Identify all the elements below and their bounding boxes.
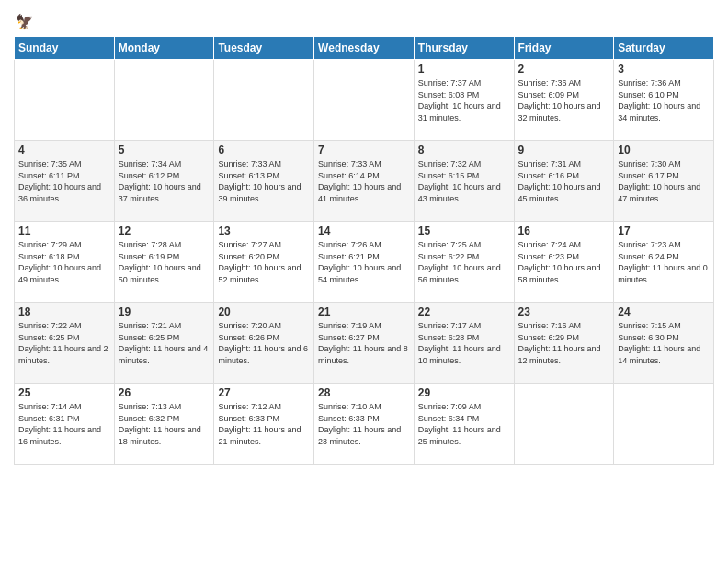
day-number: 18 bbox=[18, 305, 110, 318]
calendar-day-cell: 26Sunrise: 7:13 AM Sunset: 6:32 PM Dayli… bbox=[114, 384, 214, 465]
calendar-day-cell: 18Sunrise: 7:22 AM Sunset: 6:25 PM Dayli… bbox=[15, 303, 115, 384]
day-info: Sunrise: 7:23 AM Sunset: 6:24 PM Dayligh… bbox=[618, 239, 710, 285]
day-number: 20 bbox=[218, 305, 310, 318]
day-number: 7 bbox=[318, 144, 410, 156]
day-number: 16 bbox=[518, 224, 610, 237]
calendar-day-cell bbox=[314, 60, 415, 141]
calendar-day-cell: 3Sunrise: 7:36 AM Sunset: 6:10 PM Daylig… bbox=[614, 60, 714, 141]
day-info: Sunrise: 7:17 AM Sunset: 6:28 PM Dayligh… bbox=[418, 320, 510, 366]
calendar-day-cell: 2Sunrise: 7:36 AM Sunset: 6:09 PM Daylig… bbox=[514, 60, 614, 141]
day-number: 22 bbox=[418, 305, 510, 318]
calendar-day-cell: 13Sunrise: 7:27 AM Sunset: 6:20 PM Dayli… bbox=[214, 222, 314, 303]
weekday-header-cell: Tuesday bbox=[214, 37, 314, 60]
calendar-header: SundayMondayTuesdayWednesdayThursdayFrid… bbox=[15, 37, 714, 60]
day-number: 12 bbox=[119, 224, 210, 237]
day-info: Sunrise: 7:36 AM Sunset: 6:09 PM Dayligh… bbox=[518, 77, 610, 123]
calendar-day-cell: 28Sunrise: 7:10 AM Sunset: 6:33 PM Dayli… bbox=[314, 384, 415, 465]
day-info: Sunrise: 7:19 AM Sunset: 6:27 PM Dayligh… bbox=[318, 320, 410, 366]
calendar-day-cell: 27Sunrise: 7:12 AM Sunset: 6:33 PM Dayli… bbox=[214, 384, 314, 465]
day-info: Sunrise: 7:13 AM Sunset: 6:32 PM Dayligh… bbox=[119, 401, 210, 447]
calendar-day-cell bbox=[114, 60, 214, 141]
day-number: 24 bbox=[618, 305, 710, 318]
weekday-header-cell: Sunday bbox=[15, 37, 115, 60]
day-info: Sunrise: 7:16 AM Sunset: 6:29 PM Dayligh… bbox=[518, 320, 610, 366]
day-info: Sunrise: 7:12 AM Sunset: 6:33 PM Dayligh… bbox=[218, 401, 310, 447]
calendar-day-cell: 10Sunrise: 7:30 AM Sunset: 6:17 PM Dayli… bbox=[614, 141, 714, 222]
day-info: Sunrise: 7:20 AM Sunset: 6:26 PM Dayligh… bbox=[218, 320, 310, 366]
day-info: Sunrise: 7:30 AM Sunset: 6:17 PM Dayligh… bbox=[618, 158, 710, 204]
day-info: Sunrise: 7:34 AM Sunset: 6:12 PM Dayligh… bbox=[119, 158, 210, 204]
logo-bird-icon: 🦅 bbox=[16, 13, 34, 30]
day-info: Sunrise: 7:32 AM Sunset: 6:15 PM Dayligh… bbox=[418, 158, 510, 204]
day-info: Sunrise: 7:33 AM Sunset: 6:13 PM Dayligh… bbox=[218, 158, 310, 204]
day-number: 10 bbox=[618, 144, 710, 156]
day-number: 26 bbox=[119, 386, 210, 399]
day-number: 14 bbox=[318, 224, 410, 237]
weekday-header-row: SundayMondayTuesdayWednesdayThursdayFrid… bbox=[15, 37, 714, 60]
calendar-day-cell: 7Sunrise: 7:33 AM Sunset: 6:14 PM Daylig… bbox=[314, 141, 415, 222]
calendar-week-row: 25Sunrise: 7:14 AM Sunset: 6:31 PM Dayli… bbox=[15, 384, 714, 465]
weekday-header-cell: Friday bbox=[514, 37, 614, 60]
day-info: Sunrise: 7:22 AM Sunset: 6:25 PM Dayligh… bbox=[18, 320, 110, 366]
day-number: 28 bbox=[318, 386, 410, 399]
day-info: Sunrise: 7:14 AM Sunset: 6:31 PM Dayligh… bbox=[18, 401, 110, 447]
calendar-week-row: 1Sunrise: 7:37 AM Sunset: 6:08 PM Daylig… bbox=[15, 60, 714, 141]
calendar-day-cell: 16Sunrise: 7:24 AM Sunset: 6:23 PM Dayli… bbox=[514, 222, 614, 303]
day-number: 13 bbox=[218, 224, 310, 237]
calendar-week-row: 18Sunrise: 7:22 AM Sunset: 6:25 PM Dayli… bbox=[15, 303, 714, 384]
day-number: 23 bbox=[518, 305, 610, 318]
day-info: Sunrise: 7:21 AM Sunset: 6:25 PM Dayligh… bbox=[119, 320, 210, 366]
calendar-day-cell: 11Sunrise: 7:29 AM Sunset: 6:18 PM Dayli… bbox=[15, 222, 115, 303]
day-number: 6 bbox=[218, 144, 310, 156]
day-number: 19 bbox=[119, 305, 210, 318]
calendar-day-cell: 25Sunrise: 7:14 AM Sunset: 6:31 PM Dayli… bbox=[15, 384, 115, 465]
calendar-day-cell: 8Sunrise: 7:32 AM Sunset: 6:15 PM Daylig… bbox=[414, 141, 514, 222]
day-info: Sunrise: 7:37 AM Sunset: 6:08 PM Dayligh… bbox=[418, 77, 510, 123]
day-info: Sunrise: 7:33 AM Sunset: 6:14 PM Dayligh… bbox=[318, 158, 410, 204]
day-number: 9 bbox=[518, 144, 610, 156]
calendar-day-cell bbox=[214, 60, 314, 141]
calendar-day-cell: 12Sunrise: 7:28 AM Sunset: 6:19 PM Dayli… bbox=[114, 222, 214, 303]
calendar-day-cell bbox=[15, 60, 115, 141]
day-info: Sunrise: 7:15 AM Sunset: 6:30 PM Dayligh… bbox=[618, 320, 710, 366]
day-number: 3 bbox=[618, 63, 710, 75]
calendar-day-cell: 20Sunrise: 7:20 AM Sunset: 6:26 PM Dayli… bbox=[214, 303, 314, 384]
calendar-day-cell: 1Sunrise: 7:37 AM Sunset: 6:08 PM Daylig… bbox=[414, 60, 514, 141]
day-number: 2 bbox=[518, 63, 610, 75]
calendar-day-cell: 9Sunrise: 7:31 AM Sunset: 6:16 PM Daylig… bbox=[514, 141, 614, 222]
day-number: 15 bbox=[418, 224, 510, 237]
calendar-day-cell: 21Sunrise: 7:19 AM Sunset: 6:27 PM Dayli… bbox=[314, 303, 415, 384]
calendar-body: 1Sunrise: 7:37 AM Sunset: 6:08 PM Daylig… bbox=[15, 60, 714, 465]
calendar-day-cell bbox=[514, 384, 614, 465]
day-number: 11 bbox=[18, 224, 110, 237]
logo: 🦅 bbox=[14, 9, 34, 30]
day-info: Sunrise: 7:35 AM Sunset: 6:11 PM Dayligh… bbox=[18, 158, 110, 204]
calendar-day-cell: 23Sunrise: 7:16 AM Sunset: 6:29 PM Dayli… bbox=[514, 303, 614, 384]
day-number: 17 bbox=[618, 224, 710, 237]
day-number: 1 bbox=[418, 63, 510, 75]
calendar-day-cell: 17Sunrise: 7:23 AM Sunset: 6:24 PM Dayli… bbox=[614, 222, 714, 303]
day-info: Sunrise: 7:28 AM Sunset: 6:19 PM Dayligh… bbox=[119, 239, 210, 285]
calendar-week-row: 11Sunrise: 7:29 AM Sunset: 6:18 PM Dayli… bbox=[15, 222, 714, 303]
day-info: Sunrise: 7:24 AM Sunset: 6:23 PM Dayligh… bbox=[518, 239, 610, 285]
weekday-header-cell: Thursday bbox=[414, 37, 514, 60]
day-info: Sunrise: 7:26 AM Sunset: 6:21 PM Dayligh… bbox=[318, 239, 410, 285]
calendar-day-cell: 29Sunrise: 7:09 AM Sunset: 6:34 PM Dayli… bbox=[414, 384, 514, 465]
day-number: 25 bbox=[18, 386, 110, 399]
calendar-day-cell: 14Sunrise: 7:26 AM Sunset: 6:21 PM Dayli… bbox=[314, 222, 415, 303]
page-container: 🦅 SundayMondayTuesdayWednesdayThursdayFr… bbox=[0, 0, 728, 474]
calendar-day-cell: 15Sunrise: 7:25 AM Sunset: 6:22 PM Dayli… bbox=[414, 222, 514, 303]
calendar-day-cell bbox=[614, 384, 714, 465]
day-info: Sunrise: 7:25 AM Sunset: 6:22 PM Dayligh… bbox=[418, 239, 510, 285]
weekday-header-cell: Monday bbox=[114, 37, 214, 60]
calendar-day-cell: 24Sunrise: 7:15 AM Sunset: 6:30 PM Dayli… bbox=[614, 303, 714, 384]
weekday-header-cell: Wednesday bbox=[314, 37, 415, 60]
calendar-day-cell: 4Sunrise: 7:35 AM Sunset: 6:11 PM Daylig… bbox=[15, 141, 115, 222]
day-info: Sunrise: 7:29 AM Sunset: 6:18 PM Dayligh… bbox=[18, 239, 110, 285]
day-info: Sunrise: 7:10 AM Sunset: 6:33 PM Dayligh… bbox=[318, 401, 410, 447]
header: 🦅 bbox=[14, 9, 714, 30]
day-info: Sunrise: 7:36 AM Sunset: 6:10 PM Dayligh… bbox=[618, 77, 710, 123]
day-number: 8 bbox=[418, 144, 510, 156]
calendar-day-cell: 19Sunrise: 7:21 AM Sunset: 6:25 PM Dayli… bbox=[114, 303, 214, 384]
calendar-day-cell: 5Sunrise: 7:34 AM Sunset: 6:12 PM Daylig… bbox=[114, 141, 214, 222]
